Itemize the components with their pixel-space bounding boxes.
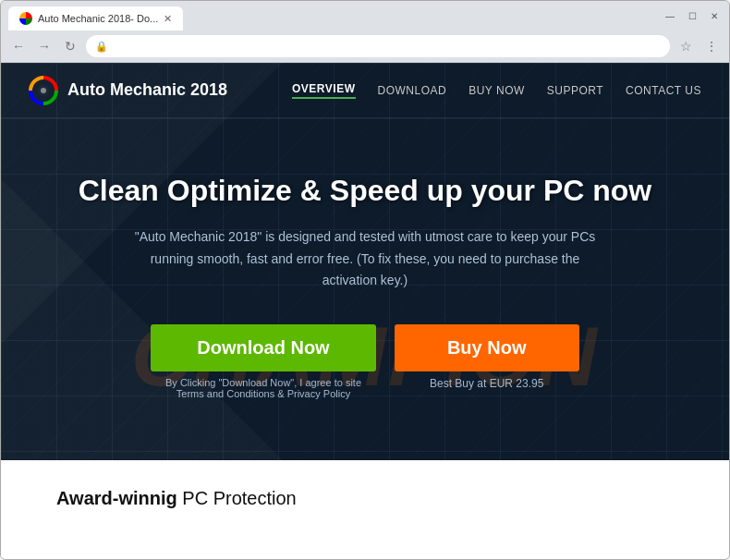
buy-col: Buy Now Best Buy at EUR 23.95 (395, 324, 579, 399)
hero-title: Clean Optimize & Speed up your PC now (79, 174, 652, 208)
tab-bar: Auto Mechanic 2018- Do... ✕ (8, 1, 183, 30)
award-rest: PC Protection (177, 488, 297, 508)
logo-text: Auto Mechanic 2018 (67, 80, 227, 100)
award-text: Award-winnig PC Protection (56, 488, 674, 509)
cta-buttons: Download Now By Clicking "Download Now",… (151, 324, 578, 399)
tab-close-btn[interactable]: ✕ (164, 13, 172, 25)
logo-area: Auto Mechanic 2018 (29, 76, 227, 105)
maximize-icon: ☐ (688, 11, 697, 21)
bookmark-btn[interactable]: ☆ (675, 36, 696, 56)
below-hero-section: Award-winnig PC Protection (1, 460, 729, 537)
window-controls: — ☐ ✕ (663, 8, 722, 23)
nav-link-buy[interactable]: BUY NOW (468, 84, 525, 97)
download-now-button[interactable]: Download Now (151, 324, 375, 371)
privacy-link[interactable]: Privacy Policy (287, 388, 350, 399)
back-btn[interactable]: ← (8, 36, 29, 56)
close-btn[interactable]: ✕ (707, 8, 722, 23)
maximize-btn[interactable]: ☐ (685, 8, 700, 23)
minimize-btn[interactable]: — (663, 8, 677, 23)
forward-btn[interactable]: → (34, 36, 55, 56)
close-icon: ✕ (711, 11, 718, 21)
nav-link-download[interactable]: DOWNLOAD (378, 84, 447, 97)
hero-content: Clean Optimize & Speed up your PC now "A… (1, 118, 729, 460)
terms-link[interactable]: Terms and Conditions (176, 388, 274, 399)
best-buy-note: Best Buy at EUR 23.95 (430, 377, 543, 390)
minimize-icon: — (665, 11, 675, 21)
hero-subtitle: "Auto Mechanic 2018" is designed and tes… (125, 226, 605, 292)
tab-favicon (19, 12, 32, 25)
hero-section: Auto Mechanic 2018 OVERVIEW DOWNLOAD BUY… (1, 63, 729, 460)
address-bar: ← → ↻ 🔒 ☆ ⋮ (1, 30, 729, 62)
menu-btn[interactable]: ⋮ (701, 36, 722, 56)
browser-tab[interactable]: Auto Mechanic 2018- Do... ✕ (8, 6, 183, 30)
award-bold: Award-winnig (56, 488, 177, 508)
nav-link-support[interactable]: SUPPORT (547, 84, 603, 97)
nav-links: OVERVIEW DOWNLOAD BUY NOW SUPPORT CONTAC… (292, 82, 701, 99)
download-col: Download Now By Clicking "Download Now",… (151, 324, 375, 399)
nav-link-overview[interactable]: OVERVIEW (292, 82, 355, 99)
nav-link-contact[interactable]: CONTACT US (626, 84, 701, 97)
lock-icon: 🔒 (95, 41, 108, 53)
download-note-text: By Clicking "Download Now", I agree to s… (165, 377, 361, 388)
note-separator: & (274, 388, 286, 399)
logo-icon (29, 76, 58, 105)
browser-window: Auto Mechanic 2018- Do... ✕ — ☐ ✕ ← → ↻ … (0, 0, 730, 560)
url-bar[interactable]: 🔒 (86, 35, 670, 57)
tab-title: Auto Mechanic 2018- Do... (38, 13, 158, 24)
download-note: By Clicking "Download Now", I agree to s… (165, 377, 361, 399)
title-bar: Auto Mechanic 2018- Do... ✕ — ☐ ✕ (1, 1, 729, 30)
buy-now-button[interactable]: Buy Now (395, 324, 579, 371)
site-nav: Auto Mechanic 2018 OVERVIEW DOWNLOAD BUY… (1, 63, 729, 118)
svg-point-2 (41, 88, 46, 93)
page-content: Auto Mechanic 2018 OVERVIEW DOWNLOAD BUY… (1, 62, 729, 559)
refresh-btn[interactable]: ↻ (60, 36, 80, 56)
